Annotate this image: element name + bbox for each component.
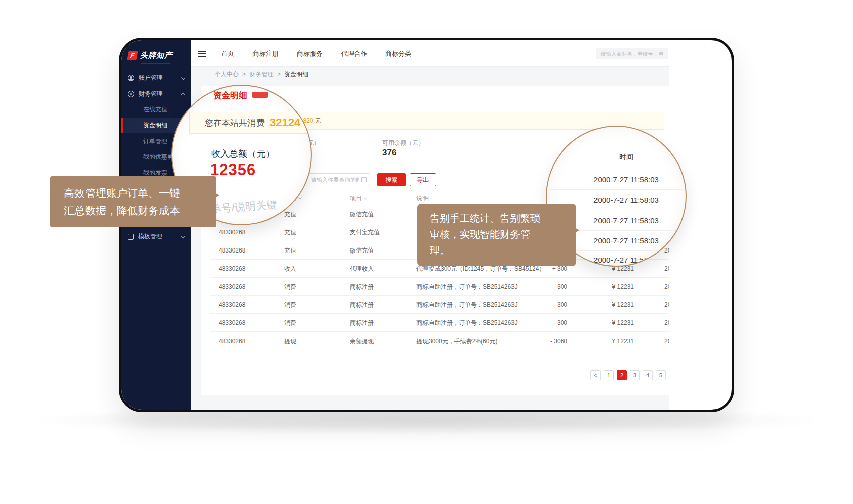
table-row: 48330268 提现 余额提现 提现3000元，手续费2%(60元) - 30… (210, 332, 669, 350)
table-row: 48330268 消费 商标注册 商标自助注册，订单号：SB2514263J -… (210, 314, 669, 332)
cell-desc: 商标自助注册，订单号：SB2514263J (416, 282, 518, 291)
cell-order: 48330268 (219, 247, 245, 254)
available-balance-value: 376 (382, 148, 396, 158)
breadcrumb: 个人中心 > 财务管理 > 资金明细 (191, 67, 669, 82)
sidebar-item-online-recharge[interactable]: 在线充值 (121, 102, 191, 117)
sidebar-item-templates[interactable]: 模板管理 (121, 229, 191, 244)
cell-order: 48330268 (219, 229, 245, 236)
cell-type: 充值 (284, 246, 296, 255)
cell-time: 2000-7-27 11:58:03 (664, 319, 669, 326)
table-row: 48330268 消费 商标注册 商标自助注册，订单号：SB2514263J -… (210, 296, 669, 314)
sort-caret-icon (364, 196, 367, 199)
pagination-prev-button[interactable]: < (590, 370, 601, 380)
pagination-page-2-active[interactable]: 2 (617, 370, 627, 380)
brand-logo-icon: F (127, 51, 138, 60)
hamburger-menu-icon[interactable] (198, 51, 206, 57)
cell-time: 2000-7-27 11:58:03 (664, 338, 669, 345)
cell-type: 消费 (284, 300, 296, 309)
nav-tabs: 首页 商标注册 商标服务 代理合作 商标分类 (221, 40, 411, 67)
pagination-page-1[interactable]: 1 (604, 370, 614, 380)
cell-desc: 商标自助注册，订单号：SB2514263J (416, 318, 518, 327)
cell-type: 收入 (284, 264, 296, 273)
cell-time: 2000-7-27 11:58:03 (664, 265, 669, 272)
nav-tab-trademark-services[interactable]: 商标服务 (297, 49, 323, 58)
cell-type: 充值 (284, 210, 296, 218)
cell-desc: 提现3000元，手续费2%(60元) (416, 337, 497, 345)
nav-tab-trademark-category[interactable]: 商标分类 (385, 49, 411, 58)
chevron-down-icon (181, 75, 185, 79)
search-input[interactable] (596, 48, 668, 59)
search-button[interactable]: 搜索 (377, 173, 406, 186)
date-query-input[interactable] (306, 173, 370, 186)
magnified-title-highlight (252, 92, 268, 98)
cell-balance: ¥ 12231 (591, 338, 634, 345)
nav-tab-home[interactable]: 首页 (221, 49, 234, 58)
callout-left: 高效管理账户订单、一键 汇总数据，降低财务成本 (50, 176, 216, 227)
cell-order: 48330268 (219, 283, 245, 290)
sidebar-item-account[interactable]: 账户管理 (121, 70, 191, 86)
pagination-page-4[interactable]: 4 (643, 370, 653, 380)
breadcrumb-current: 资金明细 (284, 70, 308, 79)
header-description: 说明 (416, 194, 429, 203)
cell-amount: - 3060 (522, 338, 567, 345)
magnified-time-value: 2000-7-27 11:58:03 (567, 196, 686, 204)
cell-time: 2000-7-27 11:58:03 (664, 247, 669, 254)
cell-type: 充值 (284, 228, 296, 236)
cell-amount: - 300 (522, 319, 567, 326)
cell-balance: ¥ 12231 (591, 283, 634, 290)
magnified-income-label: 收入总额（元） (211, 148, 275, 160)
chevron-down-icon (181, 234, 185, 238)
chevron-up-icon (181, 93, 185, 97)
cell-project: 商标注册 (350, 318, 374, 327)
finance-icon (128, 91, 134, 97)
header-project-sort[interactable]: 项目 (350, 194, 367, 203)
sidebar-item-finance[interactable]: 财务管理 (121, 86, 191, 102)
cell-project: 微信充值 (350, 246, 374, 255)
cell-type: 提现 (284, 337, 296, 345)
nav-tab-agency[interactable]: 代理合作 (341, 49, 367, 58)
cell-project: 代理收入 (350, 264, 374, 273)
cell-project: 商标注册 (350, 300, 374, 309)
user-icon (128, 75, 134, 81)
table-row: 48330268 消费 商标注册 商标自助注册，订单号：SB2514263J -… (210, 278, 669, 296)
cell-desc: 商标自助注册，订单号：SB2514263J (416, 300, 518, 309)
cell-project: 商标注册 (350, 282, 374, 291)
brand-tagline-decoration (141, 63, 170, 64)
pagination-page-5[interactable]: 5 (656, 370, 666, 380)
callout-right: 告别手工统计、告别繁琐 审核，实现智能财务管 理。 (417, 204, 576, 266)
cell-balance: ¥ 12231 (591, 301, 634, 308)
magnified-income-value: 12356 (210, 161, 256, 179)
breadcrumb-finance[interactable]: 财务管理 (249, 70, 274, 79)
breadcrumb-personal-center[interactable]: 个人中心 (215, 70, 239, 79)
pagination-page-3[interactable]: 3 (630, 370, 640, 380)
magnified-time-value: 2000-7-27 11:58:03 (567, 236, 686, 245)
nav-tab-trademark-register[interactable]: 商标注册 (252, 49, 279, 58)
stat-divider (375, 137, 375, 161)
cell-type: 消费 (284, 282, 296, 291)
magnified-page-title: 资金明细 (213, 90, 247, 101)
top-navbar: 首页 商标注册 商标服务 代理合作 商标分类 (191, 40, 669, 67)
sort-caret-icon (298, 196, 302, 199)
export-button[interactable]: 导出 (410, 173, 436, 186)
cell-order: 48330268 (219, 319, 245, 326)
cell-amount: - 300 (522, 283, 567, 290)
cell-time: 2000-7-27 11:58:03 (664, 301, 669, 308)
magnified-time-value: 2000-7-27 11:58:03 (567, 175, 686, 184)
available-balance-label: 可用余额（元） (382, 139, 424, 147)
cell-balance: ¥ 12231 (591, 319, 634, 326)
cell-project: 微信充值 (350, 210, 374, 218)
calendar-icon[interactable] (361, 177, 367, 182)
template-icon (128, 234, 134, 240)
pagination: < 1 2 3 4 5 (590, 370, 666, 380)
cell-project: 支付宝充值 (350, 228, 380, 236)
cell-project: 余额提现 (350, 337, 374, 345)
cell-order: 48330268 (219, 301, 245, 308)
brand-name: 头牌知产 (140, 51, 173, 60)
page-canvas: F 头牌知产 账户管理 财务管理 在线充值 资金 (0, 0, 853, 504)
cell-type: 消费 (284, 318, 296, 327)
cell-time: 2000-7-27 11:58:03 (664, 283, 669, 290)
brand-logo[interactable]: F 头牌知产 (128, 51, 173, 60)
cell-order: 48330268 (219, 265, 245, 272)
magnified-time-value: 2000-7-27 11:58:03 (567, 216, 686, 225)
cell-order: 48330268 (219, 338, 245, 345)
